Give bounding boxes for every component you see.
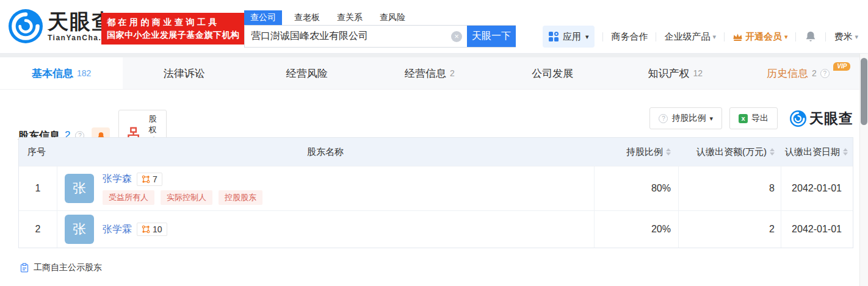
header-shareholder-name: 股东名称 [57,138,594,166]
shareholder-name-link[interactable]: 张学霖 [103,223,132,236]
nav-item-vip[interactable]: 开通会员 ▾ [732,31,788,43]
avatar: 张 [65,215,94,244]
tab-label: 经营信息 [405,66,446,80]
tab-operating-risk[interactable]: 经营风险 [245,57,368,89]
nav-item-cooperation[interactable]: 商务合作 [611,31,648,43]
tab-label: 知识产权 [648,66,689,80]
header-date: 认缴出资日期 [781,138,852,166]
promo-banner: 都在用的商业查询工具 国家中小企业发展子基金旗下机构 [101,13,245,45]
company-tab-bar: 基本信息 182 法律诉讼 经营风险 经营信息 2 公司发展 知识产权 12 V… [0,57,859,90]
date-value: 2042-01-01 [781,166,852,210]
tab-label: 经营风险 [286,66,328,80]
search-button[interactable]: 天眼一下 [467,26,516,47]
shareholder-cell: 张 张学森 [57,166,594,210]
search-input[interactable] [245,26,467,47]
avatar: 张 [65,174,94,203]
header-ratio-label: 持股比例 [626,146,663,158]
tab-count: 2 [812,68,817,78]
divider [602,32,603,41]
sort-icon[interactable] [666,148,671,156]
link-label: 工商自主公示股东 [34,262,102,273]
ratio-filter-button[interactable]: 持股比例 ▾ [649,107,722,129]
amount-value: 2 [678,211,781,248]
chevron-down-icon: ▾ [855,33,858,41]
shareholder-tag: 控股股东 [219,190,262,205]
row-index: 2 [19,211,57,248]
user-menu[interactable]: 费米 ▾ [834,31,858,43]
chevron-down-icon: ▾ [709,115,713,123]
search-tab-boss[interactable]: 查老板 [294,10,320,25]
self-disclosed-shareholders-link[interactable]: 工商自主公示股东 [20,262,102,273]
table-header-row: 序号 股东名称 持股比例 认缴出资额(万元) 认缴出资日期 [19,138,853,166]
tab-label: 历史信息 [767,66,808,80]
graph-count: 7 [153,174,157,184]
watermark-logo: 天眼查 [790,109,853,128]
notification-bell-icon[interactable] [804,30,817,43]
tab-legal-proceedings[interactable]: 法律诉讼 [123,57,245,89]
ratio-filter-label: 持股比例 [671,113,706,124]
promo-line-2: 国家中小企业发展子基金旗下机构 [107,29,240,41]
divider [825,32,826,41]
search-box: 天眼一下 [244,25,516,48]
tab-count: 182 [77,68,91,78]
ratio-value: 20% [594,211,678,248]
help-question-icon[interactable] [820,69,830,78]
help-question-icon [659,114,668,123]
username: 费米 [834,31,852,43]
table-row: 1 张 张学森 [19,166,853,210]
search-tab-company[interactable]: 查公司 [244,10,282,25]
relation-graph-icon [142,175,150,184]
graph-count: 10 [153,224,162,234]
chevron-down-icon: ▾ [585,33,589,41]
table-row: 2 张 张学霖 [19,210,853,248]
vip-label: 开通会员 [745,31,782,43]
tab-intellectual-property[interactable]: 知识产权 12 [614,57,737,89]
nav-item-enterprise[interactable]: 企业级产品 ▾ [664,31,716,43]
shareholder-table: 序号 股东名称 持股比例 认缴出资额(万元) 认缴出资日期 1 张 张学森 [18,137,853,248]
tab-company-development[interactable]: 公司发展 [491,57,614,89]
sort-icon[interactable] [770,148,775,156]
clear-search-icon[interactable] [451,31,462,42]
vip-badge: VIP [833,62,850,71]
header-nav: 应用 ▾ 商务合作 企业级产品 ▾ 开通会员 ▾ 费米 ▾ [543,26,858,48]
search-tab-risk[interactable]: 查风险 [380,10,405,25]
shareholder-tags: 受益所有人 实际控制人 控股股东 [103,190,262,205]
graph-count-badge[interactable]: 10 [137,223,167,236]
divider [795,32,796,41]
clipboard-icon [20,263,29,273]
divider [656,32,656,41]
apps-grid-icon [549,32,559,41]
apps-label: 应用 [563,31,581,43]
search-tabs: 查公司 查老板 查关系 查风险 [244,9,516,25]
shareholder-name-link[interactable]: 张学森 [103,173,132,185]
section-controls: 持股比例 ▾ 导出 天眼查 [649,107,853,129]
tab-business-info[interactable]: 经营信息 2 [368,57,491,89]
main-content: 股东信息 2 股权结构 持股比例 ▾ 导出 [0,90,859,286]
export-label: 导出 [751,113,769,124]
tab-basic-info[interactable]: 基本信息 182 [0,57,123,89]
shareholder-tag: 实际控制人 [161,190,212,205]
watermark-text: 天眼查 [809,109,853,128]
tab-label: 基本信息 [32,66,73,80]
tab-label: 公司发展 [532,66,573,80]
export-button[interactable]: 导出 [729,107,778,129]
header-date-label: 认缴出资日期 [785,146,840,158]
tianyancha-swirl-icon [790,110,806,127]
tab-count: 12 [693,68,703,78]
search-tab-relation[interactable]: 查关系 [337,10,363,25]
chevron-down-icon: ▾ [784,33,788,41]
promo-line-1: 都在用的商业查询工具 [107,16,240,29]
scrollbar-track[interactable] [859,54,868,286]
tab-history-info[interactable]: VIP 历史信息 2 [737,57,859,89]
sort-icon[interactable] [843,148,848,156]
row-index: 1 [19,166,57,210]
tab-label: 法律诉讼 [164,66,205,80]
shareholder-tag: 受益所有人 [103,190,154,205]
graph-count-badge[interactable]: 7 [137,173,162,186]
search-area: 查公司 查老板 查关系 查风险 天眼一下 [244,9,516,48]
header-amount: 认缴出资额(万元) [678,138,781,166]
enterprise-label: 企业级产品 [664,31,710,43]
header-amount-label: 认缴出资额(万元) [696,146,767,158]
scrollbar-thumb[interactable] [861,58,867,125]
apps-menu-button[interactable]: 应用 ▾ [543,26,595,48]
